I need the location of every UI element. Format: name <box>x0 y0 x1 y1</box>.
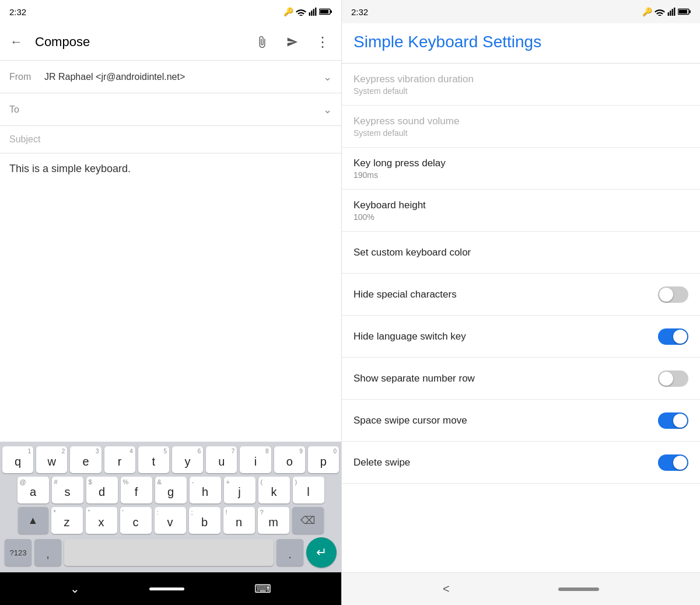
app-bar-actions: ⋮ <box>248 28 337 56</box>
keyboard-row-3: ▲ *z "x 'c :v ;b !n ?m ⌫ <box>2 507 339 534</box>
right-wifi-icon <box>654 8 665 16</box>
shift-key[interactable]: ▲ <box>18 507 48 534</box>
key-m[interactable]: ?m <box>258 507 289 534</box>
key-o[interactable]: 9o <box>274 446 305 473</box>
right-nav-bar: < <box>342 572 700 605</box>
compose-body[interactable]: This is a simple keyboard. <box>0 153 341 442</box>
svg-rect-13 <box>678 10 687 13</box>
key-s[interactable]: #s <box>52 477 83 503</box>
nav-keyboard-icon[interactable]: ⌨ <box>254 582 271 596</box>
settings-item-keypress-sound[interactable]: Keypress sound volume System default <box>342 106 700 148</box>
key-w[interactable]: 2w <box>36 446 67 473</box>
send-button[interactable] <box>278 28 306 56</box>
settings-item-text: Space swipe cursor move <box>354 415 658 426</box>
right-status-icons: 🔑 <box>642 7 691 16</box>
key-l[interactable]: )l <box>293 477 324 503</box>
key-e[interactable]: 3e <box>70 446 101 473</box>
num-key[interactable]: ?123 <box>5 539 32 566</box>
key-a[interactable]: @a <box>18 477 49 503</box>
svg-rect-10 <box>674 8 675 16</box>
settings-item-text: Key long press delay 190ms <box>354 158 688 180</box>
settings-item-keypress-vibration[interactable]: Keypress vibration duration System defau… <box>342 64 700 106</box>
settings-item-hide-special[interactable]: Hide special characters <box>342 274 700 316</box>
left-panel: 2:32 🔑 ← Compose ⋮ From JR <box>0 0 341 605</box>
from-field[interactable]: From JR Raphael <jr@androidintel.net> ⌄ <box>0 61 341 93</box>
period-key[interactable]: . <box>276 539 303 566</box>
svg-rect-3 <box>315 8 316 16</box>
from-chevron-icon[interactable]: ⌄ <box>323 71 332 83</box>
to-chevron-icon[interactable]: ⌄ <box>323 103 332 116</box>
key-x[interactable]: "x <box>86 507 117 534</box>
attach-button[interactable] <box>248 28 276 56</box>
back-button[interactable]: ← <box>2 28 30 56</box>
settings-item-title: Keypress vibration duration <box>354 74 688 85</box>
key-p[interactable]: 0p <box>308 446 339 473</box>
comma-key[interactable]: , <box>34 539 61 566</box>
space-key[interactable] <box>64 539 274 566</box>
to-field[interactable]: To ⌄ <box>0 93 341 126</box>
right-status-time: 2:32 <box>351 7 368 17</box>
delete-swipe-toggle[interactable] <box>658 454 688 471</box>
settings-item-text: Hide special characters <box>354 289 658 300</box>
key-t[interactable]: 5t <box>138 446 169 473</box>
nav-chevron-icon[interactable]: ⌄ <box>70 582 80 596</box>
settings-item-text: Delete swipe <box>354 457 658 468</box>
number-row-toggle[interactable] <box>658 370 688 387</box>
settings-item-title: Key long press delay <box>354 158 688 169</box>
settings-item-text: Show separate number row <box>354 373 658 384</box>
right-status-bar: 2:32 🔑 <box>342 0 700 23</box>
hide-language-toggle[interactable] <box>658 328 688 345</box>
key-h[interactable]: -h <box>190 477 221 503</box>
backspace-key[interactable]: ⌫ <box>292 507 324 534</box>
right-nav-back-icon[interactable]: < <box>443 582 450 596</box>
keyboard-row-1: 1q 2w 3e 4r 5t 6y 7u 8i 9o 0p <box>2 446 339 473</box>
body-text: This is a simple keyboard. <box>9 163 131 174</box>
key-j[interactable]: +j <box>224 477 256 503</box>
app-bar: ← Compose ⋮ <box>0 23 341 61</box>
send-icon <box>286 36 298 48</box>
space-swipe-toggle[interactable] <box>658 412 688 429</box>
settings-item-delete-swipe[interactable]: Delete swipe <box>342 442 700 484</box>
hide-special-toggle[interactable] <box>658 286 688 303</box>
settings-item-text: Keypress sound volume System default <box>354 116 688 138</box>
settings-item-custom-color[interactable]: Set custom keyboard color <box>342 232 700 274</box>
settings-item-title: Hide language switch key <box>354 331 658 342</box>
key-g[interactable]: &g <box>155 477 187 503</box>
keyboard-row-2: @a #s $d %f &g -h +j (k )l <box>2 477 339 503</box>
settings-item-keyboard-height[interactable]: Keyboard height 100% <box>342 190 700 232</box>
key-k[interactable]: (k <box>258 477 290 503</box>
settings-item-number-row[interactable]: Show separate number row <box>342 358 700 400</box>
key-y[interactable]: 6y <box>172 446 203 473</box>
key-c[interactable]: 'c <box>120 507 152 534</box>
key-d[interactable]: $d <box>86 477 118 503</box>
svg-rect-0 <box>309 12 310 16</box>
settings-item-space-swipe[interactable]: Space swipe cursor move <box>342 400 700 442</box>
key-r[interactable]: 4r <box>104 446 135 473</box>
more-button[interactable]: ⋮ <box>309 28 337 56</box>
settings-item-key-long-press[interactable]: Key long press delay 190ms <box>342 148 700 190</box>
settings-item-title: Set custom keyboard color <box>354 247 688 258</box>
key-f[interactable]: %f <box>121 477 152 503</box>
keyboard-row-4: ?123 , . ↵ <box>2 537 339 570</box>
key-q[interactable]: 1q <box>2 446 33 473</box>
key-z[interactable]: *z <box>51 507 83 534</box>
right-battery-icon <box>678 8 691 16</box>
key-n[interactable]: !n <box>223 507 255 534</box>
settings-item-title: Space swipe cursor move <box>354 415 658 426</box>
left-status-icons: 🔑 <box>284 7 332 16</box>
key-b[interactable]: ;b <box>189 507 220 534</box>
settings-item-title: Keyboard height <box>354 200 688 211</box>
attach-icon <box>256 36 268 48</box>
svg-rect-8 <box>670 11 671 16</box>
settings-item-text: Set custom keyboard color <box>354 247 688 258</box>
enter-key[interactable]: ↵ <box>306 537 337 568</box>
compose-title: Compose <box>30 34 248 50</box>
nav-home-pill[interactable] <box>149 587 184 590</box>
settings-item-hide-language[interactable]: Hide language switch key <box>342 316 700 358</box>
key-i[interactable]: 8i <box>240 446 271 473</box>
back-icon: ← <box>10 34 23 50</box>
key-u[interactable]: 7u <box>206 446 237 473</box>
subject-field[interactable]: Subject <box>0 126 341 153</box>
settings-list: Keypress vibration duration System defau… <box>342 64 700 572</box>
key-v[interactable]: :v <box>155 507 186 534</box>
